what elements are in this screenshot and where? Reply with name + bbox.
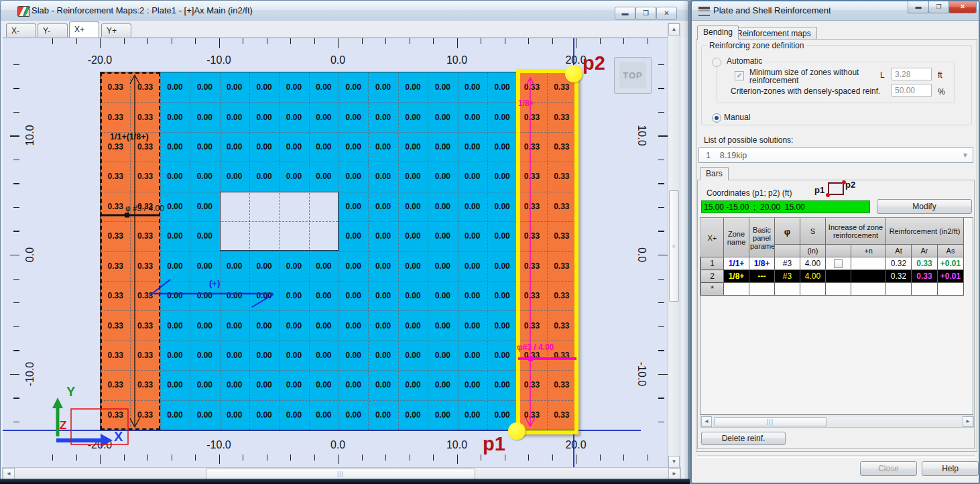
- panel-close-icon[interactable]: ✕: [948, 1, 977, 13]
- scroll-up-icon[interactable]: ▲: [668, 23, 680, 36]
- vertical-scroll-thumb[interactable]: ≡: [669, 190, 679, 302]
- map-value: 0.33: [137, 231, 153, 241]
- ruler-tick: [658, 398, 664, 398]
- manual-radio[interactable]: [712, 113, 721, 123]
- axis-label-x: -10.0: [206, 439, 231, 451]
- table-cell[interactable]: [826, 270, 851, 283]
- slab[interactable]: 0.330.330.000.000.000.000.000.000.000.00…: [100, 72, 577, 430]
- ruler-tick: [100, 455, 101, 464]
- tab-x-plus[interactable]: X+: [69, 21, 99, 38]
- table-scroll-right-icon[interactable]: ►: [963, 416, 973, 427]
- horizontal-scroll-thumb[interactable]: |||: [206, 469, 475, 479]
- table-cell[interactable]: 0.33: [912, 257, 938, 270]
- increase-checkbox[interactable]: [834, 259, 843, 268]
- map-value: 0.00: [197, 410, 212, 420]
- table-cell[interactable]: ---: [749, 270, 775, 283]
- table-header: φ: [775, 219, 800, 245]
- table-cell[interactable]: +0.01: [938, 257, 964, 270]
- table-cell[interactable]: [938, 283, 964, 296]
- window-plate-shell-reinforcement: Plate and Shell Reinforcement ▬ ❐ ✕ Bend…: [690, 0, 980, 484]
- table-horizontal-scrollbar[interactable]: ◄ ► |||: [700, 416, 974, 428]
- table-row[interactable]: 11/1+1/8+#34.000.320.33+0.01: [701, 257, 964, 270]
- solutions-dropdown[interactable]: 1 8.19kip ▼: [698, 147, 973, 163]
- minimize-button[interactable]: ▬: [615, 7, 635, 20]
- table-cell[interactable]: 2: [701, 270, 724, 283]
- table-cell[interactable]: [851, 257, 886, 270]
- p1-handle[interactable]: [508, 422, 526, 440]
- selected-zone-outline[interactable]: [516, 69, 578, 434]
- map-value: 0.33: [108, 261, 123, 271]
- automatic-radio[interactable]: [712, 58, 721, 67]
- map-value: 0.00: [494, 351, 509, 360]
- table-cell[interactable]: [800, 283, 826, 296]
- table-cell[interactable]: 4.00: [800, 270, 826, 283]
- min-size-checkbox[interactable]: ✓: [735, 71, 744, 80]
- table-cell[interactable]: #3: [775, 270, 800, 283]
- table-row[interactable]: 21/8+---#34.000.320.33+0.01: [701, 270, 964, 283]
- tab-x-minus[interactable]: X-: [6, 23, 36, 37]
- tab-bars[interactable]: Bars: [700, 167, 729, 180]
- table-cell[interactable]: [851, 270, 886, 283]
- table-cell[interactable]: *: [701, 283, 724, 296]
- ruler-tick: [124, 38, 125, 44]
- tab-y-plus[interactable]: Y+: [101, 23, 131, 37]
- ruler-tick: [528, 455, 529, 461]
- coordinates-value-field[interactable]: 15.00 -15.00 ; 20.00 15.00: [701, 200, 870, 213]
- table-cell[interactable]: [724, 283, 749, 296]
- table-row[interactable]: *: [701, 283, 964, 296]
- p2-handle[interactable]: [565, 65, 583, 82]
- table-cell[interactable]: 0.32: [886, 270, 912, 283]
- tab-y-minus[interactable]: Y-: [38, 23, 68, 37]
- ruler-tick: [505, 455, 505, 461]
- table-cell[interactable]: [775, 283, 800, 296]
- help-button[interactable]: Help: [922, 461, 979, 476]
- reinforcement-table[interactable]: X+Zone nameBasic panel parametersφSIncre…: [700, 218, 964, 296]
- panel-maximize-button[interactable]: ❐: [928, 1, 949, 13]
- table-cell[interactable]: 0.32: [886, 257, 912, 270]
- axis-label-y: -10.0: [24, 361, 36, 385]
- min-size-input[interactable]: [892, 68, 932, 80]
- map-value: 0.00: [256, 351, 271, 360]
- tab-reinforcement-maps[interactable]: Reinforcement maps: [731, 27, 817, 40]
- table-header: Basic panel parameters: [749, 219, 775, 257]
- table-cell[interactable]: 0.33: [912, 270, 938, 283]
- close-icon[interactable]: ✕: [656, 7, 677, 20]
- ruler-tick: [410, 455, 410, 461]
- map-canvas[interactable]: 0.330.330.000.000.000.000.000.000.000.00…: [3, 38, 668, 468]
- table-cell[interactable]: 1/8+: [724, 270, 749, 283]
- criterion-input[interactable]: [892, 84, 932, 97]
- map-value: 0.33: [108, 380, 123, 389]
- ruler-tick: [13, 64, 19, 65]
- delete-reinf-button[interactable]: Delete reinf.: [701, 432, 786, 445]
- table-cell[interactable]: 1/8+: [749, 257, 775, 270]
- modify-button[interactable]: Modify: [877, 199, 972, 214]
- left-titlebar[interactable]: Slab - Reinforcement Maps:2 : Plate1 - […: [1, 1, 688, 21]
- tab-bending[interactable]: Bending: [697, 25, 739, 40]
- table-scroll-left-icon[interactable]: ◄: [701, 416, 712, 427]
- panel-minimize-button[interactable]: ▬: [908, 1, 929, 13]
- restore-button[interactable]: ❐: [635, 7, 656, 20]
- table-cell[interactable]: [851, 283, 886, 296]
- scroll-down-icon[interactable]: ▼: [668, 456, 680, 468]
- table-cell[interactable]: [912, 283, 938, 296]
- table-cell[interactable]: +0.01: [938, 270, 964, 283]
- table-cell[interactable]: [826, 257, 851, 270]
- ruler-tick: [457, 38, 458, 48]
- map-value: 0.00: [465, 380, 480, 389]
- table-cell[interactable]: #3: [775, 257, 800, 270]
- reinforcement-table-area[interactable]: X+Zone nameBasic panel parametersφSIncre…: [700, 217, 973, 415]
- table-cell[interactable]: [749, 283, 775, 296]
- table-cell[interactable]: 1/1+: [724, 257, 749, 270]
- view-top-button[interactable]: TOP: [614, 57, 652, 94]
- ruler-tick: [267, 38, 267, 44]
- panel-titlebar[interactable]: Plate and Shell Reinforcement ▬ ❐ ✕: [692, 1, 979, 21]
- map-value: 0.00: [435, 113, 450, 122]
- ruler-tick: [10, 374, 19, 375]
- vertical-scrollbar[interactable]: ▲ ▼ ≡: [668, 23, 680, 469]
- table-cell[interactable]: 4.00: [800, 257, 826, 270]
- close-button[interactable]: Close: [860, 461, 917, 476]
- table-scroll-thumb[interactable]: |||: [714, 417, 826, 426]
- table-cell[interactable]: [826, 283, 851, 296]
- table-cell[interactable]: 1: [701, 257, 724, 270]
- table-cell[interactable]: [886, 283, 912, 296]
